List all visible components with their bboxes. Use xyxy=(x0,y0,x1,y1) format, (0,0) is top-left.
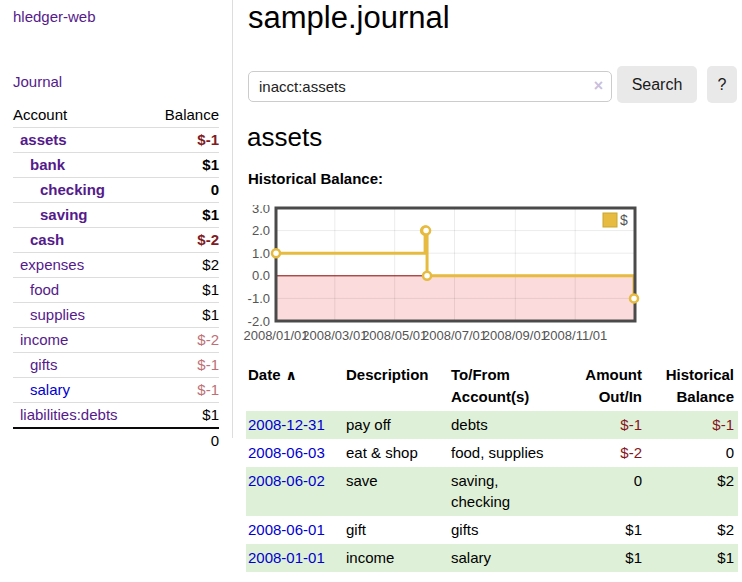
account-row: checking0 xyxy=(13,178,219,203)
account-row: liabilities:debts$1 xyxy=(13,403,219,429)
register-row: 2008-06-03eat & shopfood, supplies$-20 xyxy=(246,439,738,467)
account-balance: $1 xyxy=(149,278,219,303)
transaction-accounts: gifts xyxy=(449,516,560,544)
x-axis-tick-label: 2008/05/01 xyxy=(362,328,427,343)
transaction-description: income xyxy=(344,544,449,572)
transaction-date-cell: 2008-06-02 xyxy=(246,467,344,516)
transaction-amount: $-1 xyxy=(560,411,642,439)
account-row: food$1 xyxy=(13,278,219,303)
x-axis-tick-label: 2008/07/01 xyxy=(422,328,487,343)
historical-balance-chart: $3.02.01.00.0-1.0-2.02008/01/012008/03/0… xyxy=(240,205,690,347)
account-balance: $2 xyxy=(149,253,219,278)
account-name-cell: income xyxy=(13,328,149,353)
account-balance: $-2 xyxy=(149,328,219,353)
data-point-marker xyxy=(422,227,430,235)
account-link[interactable]: cash xyxy=(30,231,64,248)
transaction-balance: 0 xyxy=(642,439,738,467)
transaction-date-link[interactable]: 2008-06-01 xyxy=(248,521,325,538)
transaction-date-link[interactable]: 2008-12-31 xyxy=(248,416,325,433)
transaction-balance: $2 xyxy=(642,467,738,516)
account-link[interactable]: assets xyxy=(20,131,67,148)
account-row: supplies$1 xyxy=(13,303,219,328)
accounts-header-row: Account Balance xyxy=(13,102,219,128)
account-link[interactable]: saving xyxy=(40,206,88,223)
page-title: sample.journal xyxy=(248,0,450,36)
column-header-accounts: To/From Account(s) xyxy=(449,362,560,411)
transaction-date-link[interactable]: 2008-01-01 xyxy=(248,549,325,566)
account-name-cell: gifts xyxy=(13,353,149,378)
transaction-date-link[interactable]: 2008-06-02 xyxy=(248,472,325,489)
y-axis-tick-label: -1.0 xyxy=(248,291,270,306)
column-header-balance: Historical Balance xyxy=(642,362,738,411)
account-balance: $-1 xyxy=(149,128,219,153)
account-link[interactable]: food xyxy=(30,281,59,298)
search-form: × xyxy=(248,71,612,102)
account-heading: assets xyxy=(247,122,322,153)
account-link[interactable]: checking xyxy=(40,181,105,198)
search-button[interactable]: Search xyxy=(617,66,697,103)
sidebar-item-journal[interactable]: Journal xyxy=(13,73,219,90)
y-axis-tick-label: 3.0 xyxy=(252,205,270,216)
transaction-amount: 0 xyxy=(560,467,642,516)
account-link[interactable]: bank xyxy=(30,156,65,173)
account-balance: $-1 xyxy=(149,378,219,403)
transaction-date-link[interactable]: 2008-06-03 xyxy=(248,444,325,461)
account-name-cell: bank xyxy=(13,153,149,178)
sort-ascending-icon: ∧ xyxy=(286,367,297,383)
transaction-balance: $-1 xyxy=(642,411,738,439)
x-axis-tick-label: 2008/03/01 xyxy=(302,328,367,343)
help-button[interactable]: ? xyxy=(707,66,737,103)
historical-balance-chart-svg: $3.02.01.00.0-1.0-2.02008/01/012008/03/0… xyxy=(240,205,690,347)
account-balance: $-2 xyxy=(149,228,219,253)
account-link[interactable]: supplies xyxy=(30,306,85,323)
search-input[interactable] xyxy=(248,71,612,102)
account-name-cell: cash xyxy=(13,228,149,253)
x-axis-tick-label: 2008/01/01 xyxy=(243,328,308,343)
account-link[interactable]: expenses xyxy=(20,256,84,273)
account-row: income$-2 xyxy=(13,328,219,353)
transaction-balance: $1 xyxy=(642,544,738,572)
register-header-row: Date∧ Description To/From Account(s) Amo… xyxy=(246,362,738,411)
transaction-date-cell: 2008-06-03 xyxy=(246,439,344,467)
account-balance: $1 xyxy=(149,403,219,429)
chart-legend-swatch-icon xyxy=(603,213,617,227)
column-header-description: Description xyxy=(344,362,449,411)
register-row: 2008-06-02savesaving, checking0$2 xyxy=(246,467,738,516)
account-balance: $1 xyxy=(149,153,219,178)
account-link[interactable]: liabilities:debts xyxy=(20,406,118,423)
account-row: saving$1 xyxy=(13,203,219,228)
accounts-table: Account Balance assets$-1bank$1checking0… xyxy=(13,102,219,453)
accounts-header-account: Account xyxy=(13,102,149,128)
account-row: assets$-1 xyxy=(13,128,219,153)
transaction-accounts: salary xyxy=(449,544,560,572)
account-link[interactable]: gifts xyxy=(30,356,58,373)
chart-title: Historical Balance: xyxy=(248,170,383,187)
account-link[interactable]: salary xyxy=(30,381,70,398)
chart-legend-label: $ xyxy=(620,212,628,228)
transaction-description: eat & shop xyxy=(344,439,449,467)
transaction-amount: $1 xyxy=(560,544,642,572)
transaction-balance: $2 xyxy=(642,516,738,544)
account-name-cell: liabilities:debts xyxy=(13,403,149,429)
y-axis-tick-label: 2.0 xyxy=(252,223,270,238)
account-name-cell: expenses xyxy=(13,253,149,278)
y-axis-tick-label: -2.0 xyxy=(248,314,270,329)
register-row: 2008-12-31pay offdebts$-1$-1 xyxy=(246,411,738,439)
column-header-date-label: Date xyxy=(248,366,281,383)
register-table: Date∧ Description To/From Account(s) Amo… xyxy=(246,362,738,572)
accounts-total-value: 0 xyxy=(149,428,219,453)
account-balance: $1 xyxy=(149,203,219,228)
clear-search-icon[interactable]: × xyxy=(594,77,603,95)
register-row: 2008-01-01incomesalary$1$1 xyxy=(246,544,738,572)
brand-link[interactable]: hledger-web xyxy=(13,8,219,26)
account-balance: 0 xyxy=(149,178,219,203)
data-point-marker xyxy=(272,249,280,257)
transaction-amount: $-2 xyxy=(560,439,642,467)
transaction-date-cell: 2008-12-31 xyxy=(246,411,344,439)
column-header-date[interactable]: Date∧ xyxy=(246,362,344,411)
transaction-description: gift xyxy=(344,516,449,544)
data-point-marker xyxy=(630,294,638,302)
account-name-cell: salary xyxy=(13,378,149,403)
account-link[interactable]: income xyxy=(20,331,68,348)
accounts-total-row: 0 xyxy=(13,428,219,453)
